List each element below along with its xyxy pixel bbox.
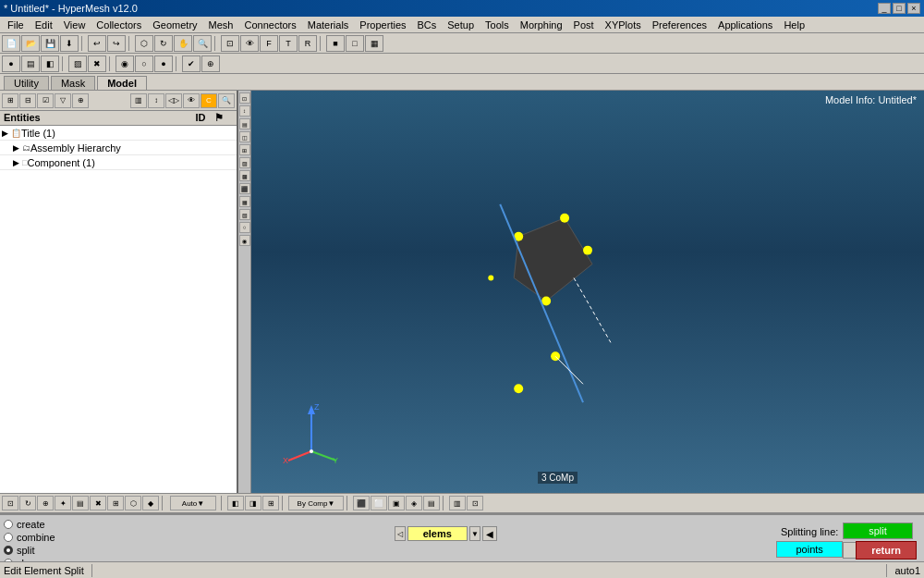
tb2-mesh[interactable]: ▨ bbox=[68, 55, 87, 72]
menu-morphing[interactable]: Morphing bbox=[515, 18, 568, 31]
lp-filter[interactable]: ▽ bbox=[55, 93, 71, 108]
window-controls[interactable]: _ □ × bbox=[878, 3, 920, 14]
vbt-cube3[interactable]: ▣ bbox=[388, 496, 405, 510]
vbt-btn6[interactable]: ✖ bbox=[90, 496, 106, 510]
vs-btn1[interactable]: ⊡ bbox=[239, 92, 250, 104]
menu-edit[interactable]: Edit bbox=[30, 18, 58, 31]
tb-select[interactable]: ⬡ bbox=[135, 35, 153, 52]
tb2-comps[interactable]: ◧ bbox=[41, 55, 59, 72]
lp-collapse[interactable]: ⊟ bbox=[19, 93, 36, 108]
tb-import[interactable]: ⬇ bbox=[60, 35, 79, 52]
expand-title[interactable]: ▶ bbox=[2, 129, 11, 138]
minimize-btn[interactable]: _ bbox=[878, 3, 891, 14]
vs-btn3[interactable]: ▤ bbox=[239, 118, 250, 129]
elems-prev[interactable]: ◀ bbox=[482, 526, 497, 541]
vs-btn10[interactable]: ▧ bbox=[239, 209, 250, 220]
vbt-last2[interactable]: ⊡ bbox=[467, 496, 483, 510]
tab-mask[interactable]: Mask bbox=[51, 76, 95, 90]
lp-color[interactable]: C bbox=[201, 93, 217, 108]
close-btn[interactable]: × bbox=[907, 3, 920, 14]
vbt-cube4[interactable]: ◈ bbox=[406, 496, 422, 510]
vbt-cube[interactable]: ⬛ bbox=[353, 496, 370, 510]
tb-zoom-in[interactable]: 🔍 bbox=[193, 35, 212, 52]
vs-btn5[interactable]: ⊞ bbox=[239, 144, 250, 155]
lp-arrows[interactable]: ◁▷ bbox=[165, 93, 182, 108]
3d-viewport[interactable]: Model Info: Untitled* bbox=[251, 91, 924, 493]
tb2-nodes[interactable]: ● bbox=[2, 55, 20, 72]
menu-file[interactable]: File bbox=[2, 18, 30, 31]
lp-select[interactable]: ☑ bbox=[37, 93, 54, 108]
tb-pan[interactable]: ✋ bbox=[174, 35, 192, 52]
lp-sort[interactable]: ↕ bbox=[148, 93, 164, 108]
lp-new[interactable]: ⊕ bbox=[72, 93, 89, 108]
tb-right[interactable]: R bbox=[298, 35, 317, 52]
lp-show[interactable]: 👁 bbox=[183, 93, 200, 108]
vs-btn9[interactable]: ▦ bbox=[239, 196, 250, 207]
tb2-show[interactable]: ● bbox=[154, 55, 173, 72]
menu-help[interactable]: Help bbox=[778, 18, 810, 31]
vbt-btn8[interactable]: ⬡ bbox=[125, 496, 141, 510]
vs-btn7[interactable]: ▩ bbox=[239, 170, 250, 181]
elems-dropdown-right[interactable]: ▼ bbox=[469, 526, 480, 541]
vs-btn12[interactable]: ◉ bbox=[239, 235, 250, 246]
menu-applications[interactable]: Applications bbox=[712, 18, 778, 31]
return-button[interactable]: return bbox=[856, 541, 917, 560]
tab-model[interactable]: Model bbox=[97, 76, 147, 90]
menu-collectors[interactable]: Collectors bbox=[91, 18, 147, 31]
menu-mesh[interactable]: Mesh bbox=[203, 18, 239, 31]
tb-fit[interactable]: ⊡ bbox=[221, 35, 239, 52]
tree-row-title[interactable]: ▶ 📋 Title (1) bbox=[0, 126, 237, 141]
menu-xyplots[interactable]: XYPlots bbox=[600, 18, 647, 31]
expand-component[interactable]: ▶ bbox=[13, 158, 22, 167]
radio-combine[interactable] bbox=[4, 533, 13, 542]
tb-shading[interactable]: ■ bbox=[326, 35, 345, 52]
tb-front[interactable]: F bbox=[260, 35, 278, 52]
vbt-cube2[interactable]: ⬜ bbox=[371, 496, 387, 510]
vbt-mesh2[interactable]: ◨ bbox=[245, 496, 261, 510]
tb-rotate[interactable]: ↻ bbox=[154, 35, 173, 52]
lp-search[interactable]: 🔍 bbox=[218, 93, 235, 108]
expand-assembly[interactable]: ▶ bbox=[13, 143, 22, 153]
vs-btn4[interactable]: ◫ bbox=[239, 131, 250, 142]
vs-btn6[interactable]: ▨ bbox=[239, 157, 250, 168]
elems-value[interactable]: elems bbox=[407, 526, 468, 541]
tb-edges[interactable]: ▦ bbox=[365, 35, 383, 52]
vbt-mesh1[interactable]: ◧ bbox=[227, 496, 244, 510]
tb-open[interactable]: 📂 bbox=[21, 35, 40, 52]
tb2-display[interactable]: ◉ bbox=[116, 55, 134, 72]
tb-wire[interactable]: □ bbox=[346, 35, 364, 52]
menu-preferences[interactable]: Preferences bbox=[647, 18, 712, 31]
menu-properties[interactable]: Properties bbox=[354, 18, 411, 31]
maximize-btn[interactable]: □ bbox=[893, 3, 906, 14]
vbt-btn1[interactable]: ⊡ bbox=[2, 496, 18, 510]
vs-btn8[interactable]: ⬛ bbox=[239, 183, 250, 194]
tb-undo[interactable]: ↩ bbox=[88, 35, 106, 52]
tb-redo[interactable]: ↪ bbox=[107, 35, 126, 52]
tb-view[interactable]: 👁 bbox=[240, 35, 259, 52]
tb2-hide[interactable]: ○ bbox=[135, 55, 153, 72]
tb-new[interactable]: 📄 bbox=[2, 35, 20, 52]
vs-btn11[interactable]: ○ bbox=[239, 222, 250, 233]
vbt-btn9[interactable]: ◆ bbox=[142, 496, 159, 510]
elems-dropdown-left[interactable]: ◁ bbox=[395, 526, 406, 541]
menu-post[interactable]: Post bbox=[568, 18, 600, 31]
vbt-btn2[interactable]: ↻ bbox=[19, 496, 36, 510]
menu-connectors[interactable]: Connectors bbox=[238, 18, 301, 31]
vbt-cube5[interactable]: ▤ bbox=[423, 496, 440, 510]
menu-materials[interactable]: Materials bbox=[302, 18, 355, 31]
bycomp-dropdown[interactable]: By Comp▼ bbox=[288, 496, 344, 510]
radio-split[interactable] bbox=[4, 546, 13, 555]
tree-row-assembly[interactable]: ▶ 🗂 Assembly Hierarchy bbox=[0, 141, 237, 155]
tb2-delete[interactable]: ✖ bbox=[88, 55, 106, 72]
split-button[interactable]: split bbox=[843, 523, 913, 539]
menu-view[interactable]: View bbox=[58, 18, 91, 31]
vbt-btn3[interactable]: ⊕ bbox=[37, 496, 54, 510]
vs-btn2[interactable]: ↕ bbox=[239, 105, 250, 117]
vbt-btn4[interactable]: ✦ bbox=[55, 496, 71, 510]
menu-tools[interactable]: Tools bbox=[480, 18, 515, 31]
tb-top[interactable]: T bbox=[279, 35, 298, 52]
lp-icon-mode[interactable]: ▥ bbox=[130, 93, 147, 108]
tb2-check[interactable]: ✔ bbox=[182, 55, 201, 72]
tb-save[interactable]: 💾 bbox=[41, 35, 59, 52]
tab-utility[interactable]: Utility bbox=[4, 76, 49, 90]
